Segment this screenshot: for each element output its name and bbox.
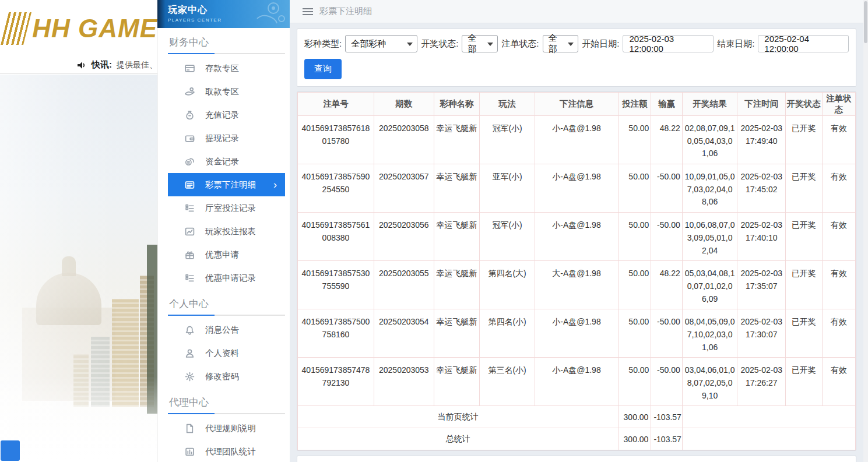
sidebar-item-label: 充值记录 <box>205 110 239 121</box>
table-cell: 幸运飞艇新 <box>434 213 480 261</box>
logo-stripes-decoration <box>1 12 31 45</box>
filter-panel: 彩种类型: 全部彩种 开奖状态: 全部 注单状态: 全部 开始日期: 2025-… <box>297 29 856 87</box>
query-button[interactable]: 查询 <box>304 59 342 79</box>
sidebar-item-label: 个人资料 <box>205 348 239 359</box>
sidebar-item-label: 厅室投注记录 <box>205 203 256 214</box>
table-cell: 401569173857478792130 <box>298 358 374 406</box>
table-cell: 2025-02-03 17:30:07 <box>737 309 786 358</box>
stats-icon <box>184 446 195 457</box>
table-cell: 2025-02-03 17:35:07 <box>737 261 786 309</box>
table-cell: 401569173857590254550 <box>298 164 374 213</box>
start-date-input[interactable]: 2025-02-03 12:00:00 <box>623 35 714 52</box>
draw-status-select[interactable]: 全部 <box>462 35 498 52</box>
bet-table-card: 注单号期数彩种名称玩法下注信息投注额输赢开奖结果下注时间开奖状态注单状态4015… <box>297 91 856 451</box>
table-cell: 有效 <box>822 358 856 406</box>
sidebar-item[interactable]: 资金记录 <box>168 150 285 173</box>
sidebar-item[interactable]: 优惠申请记录 <box>168 266 285 290</box>
table-cell: 有效 <box>822 164 856 213</box>
draw-status-label: 开奖状态: <box>421 38 458 50</box>
table-cell: 401569173857618015780 <box>298 116 374 164</box>
column-header: 开奖结果 <box>682 93 737 116</box>
table-cell: 幸运飞艇新 <box>434 261 480 309</box>
hand-coin-icon <box>184 86 195 97</box>
summary-empty-cell <box>682 406 855 428</box>
section-title: 代理中心 <box>168 388 285 413</box>
sidebar-item[interactable]: 存款专区 <box>168 57 285 80</box>
table-cell: 有效 <box>822 116 856 164</box>
news-ticker: 快讯: 提供最佳、 <box>0 57 157 74</box>
sidebar-item-label: 优惠申请 <box>205 249 239 260</box>
table-cell: 已开奖 <box>786 116 822 164</box>
start-date-value: 2025-02-03 12:00:00 <box>629 34 707 54</box>
sidebar-item-label: 优惠申请记录 <box>205 273 256 284</box>
card-icon <box>184 63 195 73</box>
table-cell: -50.00 <box>651 164 682 213</box>
table-cell: 有效 <box>822 309 856 358</box>
table-cell: 大-A盘@1.98 <box>535 261 618 309</box>
floating-widget-button[interactable] <box>1 440 20 461</box>
sidebar-item[interactable]: 厅室投注记录 <box>168 196 285 220</box>
table-cell: 48.22 <box>651 261 682 309</box>
coins-icon <box>184 156 195 167</box>
table-cell: 50.00 <box>618 309 651 358</box>
sidebar-item[interactable]: 代理规则说明 <box>168 417 285 440</box>
table-cell: 已开奖 <box>786 309 822 358</box>
column-header: 开奖状态 <box>786 93 822 116</box>
column-header: 注单号 <box>298 93 374 116</box>
sidebar-item[interactable]: 代理团队统计 <box>168 440 285 462</box>
table-cell: 05,03,04,08,10,07,01,02,06,09 <box>682 261 737 309</box>
ticket-list-icon <box>184 179 195 190</box>
summary-label: 总统计 <box>298 428 619 450</box>
table-cell: 小-A盘@1.98 <box>535 164 618 213</box>
sidebar-menu: 财务中心存款专区取款专区充值记录提现记录资金记录彩票下注明细›厅室投注记录玩家投… <box>157 28 290 462</box>
column-header: 下注时间 <box>737 93 786 116</box>
scrollbar[interactable] <box>863 0 868 462</box>
sidebar-item[interactable]: 充值记录 <box>168 103 285 126</box>
end-date-input[interactable]: 2025-02-04 12:00:00 <box>758 35 849 52</box>
table-cell: 第三名(小) <box>480 358 535 406</box>
table-cell: 小-A盘@1.98 <box>535 309 618 358</box>
table-cell: 已开奖 <box>786 213 822 261</box>
table-cell: 08,04,05,09,07,10,02,03,01,06 <box>682 309 737 358</box>
sidebar-item[interactable]: 取款专区 <box>168 80 285 103</box>
summary-win-total: -103.57 <box>651 428 682 450</box>
scrollbar-thumb[interactable] <box>864 1 867 43</box>
table-cell: 401569173857500758160 <box>298 309 374 358</box>
menu-icon[interactable] <box>303 8 313 15</box>
draw-status-value: 全部 <box>468 33 484 55</box>
bell-icon <box>184 325 195 335</box>
column-header: 期数 <box>374 93 434 116</box>
sidebar-item[interactable]: 彩票下注明细› <box>168 173 285 196</box>
chevron-right-icon: › <box>273 179 277 190</box>
section-underline <box>168 315 285 316</box>
sidebar-item[interactable]: 优惠申请 <box>168 243 285 266</box>
speaker-icon <box>78 61 87 69</box>
sidebar-item[interactable]: 消息公告 <box>168 318 285 341</box>
section-underline <box>168 413 285 414</box>
wallet-icon <box>184 133 195 143</box>
pagination-bar: 每页显示20条 共6条 首页 上一页 [1] 下一页 第 页 跳转 <box>297 456 856 462</box>
section-title: 个人中心 <box>168 290 285 315</box>
summary-bet-total: 300.00 <box>618 428 651 450</box>
table-cell: 20250203053 <box>374 358 434 406</box>
table-cell: 第四名(小) <box>480 309 535 358</box>
summary-empty-cell <box>682 428 855 450</box>
money-bag-icon <box>184 110 195 120</box>
order-status-select[interactable]: 全部 <box>543 35 579 52</box>
sidebar-item[interactable]: 修改密码 <box>168 365 285 388</box>
table-cell: 401569173857561008380 <box>298 213 374 261</box>
sidebar-item[interactable]: 个人资料 <box>168 341 285 365</box>
table-cell: 10,06,08,07,03,09,05,01,02,04 <box>682 213 737 261</box>
table-cell: 幸运飞艇新 <box>434 358 480 406</box>
sidebar-item[interactable]: 玩家投注报表 <box>168 220 285 243</box>
sidebar-item-label: 代理团队统计 <box>205 446 256 457</box>
table-cell: 50.00 <box>618 116 651 164</box>
sidebar-header: 玩家中心 PLAYERS CENTER <box>157 0 290 28</box>
sidebar-item[interactable]: 提现记录 <box>168 126 285 150</box>
end-date-label: 结束日期: <box>717 38 754 50</box>
logo: HH GAME <box>32 14 157 43</box>
sidebar-item-label: 修改密码 <box>205 371 239 382</box>
list-icon <box>184 273 195 283</box>
lottery-type-select[interactable]: 全部彩种 <box>345 35 417 52</box>
table-cell: 48.22 <box>651 116 682 164</box>
